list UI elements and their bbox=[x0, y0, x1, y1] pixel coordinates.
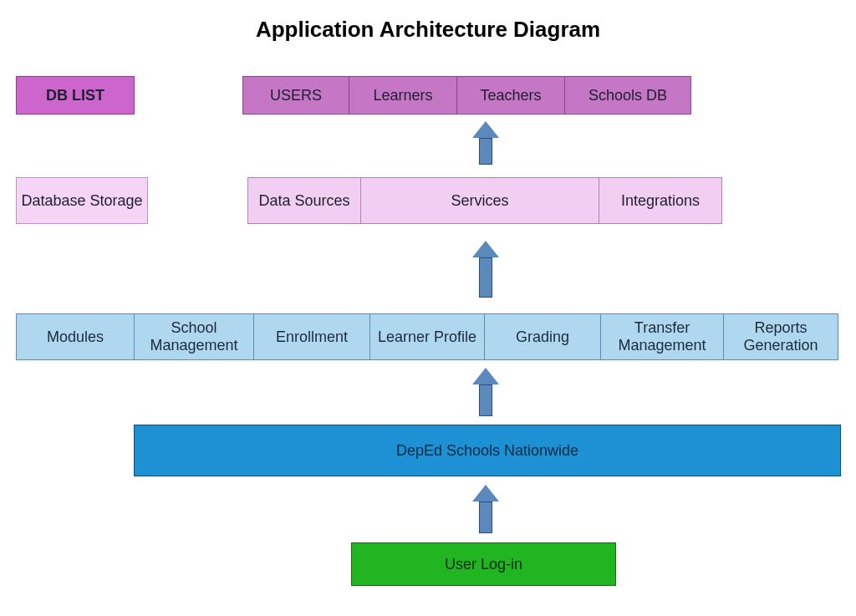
db-box-users: USERS bbox=[242, 76, 349, 115]
mod-grading: Grading bbox=[484, 313, 601, 360]
db-box-teachers: Teachers bbox=[456, 76, 565, 115]
mod-transfer-management: Transfer Management bbox=[600, 313, 724, 360]
ds-box-data-sources: Data Sources bbox=[247, 177, 361, 224]
db-box-schools: Schools DB bbox=[564, 76, 691, 115]
mod-label: Modules bbox=[16, 313, 135, 360]
user-login-box: User Log-in bbox=[351, 542, 616, 586]
db-list-boxes: USERS Learners Teachers Schools DB bbox=[242, 76, 691, 115]
mod-enrollment: Enrollment bbox=[253, 313, 370, 360]
arrow-up-icon bbox=[472, 121, 499, 165]
db-box-learners: Learners bbox=[349, 76, 457, 115]
mod-learner-profile: Learner Profile bbox=[369, 313, 485, 360]
database-storage-boxes: Data Sources Services Integrations bbox=[247, 177, 722, 224]
modules-row: Modules School Management Enrollment Lea… bbox=[16, 313, 838, 360]
mod-reports-generation: Reports Generation bbox=[723, 313, 838, 360]
arrow-up-icon bbox=[472, 485, 499, 533]
ds-box-integrations: Integrations bbox=[599, 177, 722, 224]
ds-box-services: Services bbox=[360, 177, 599, 224]
arrow-up-icon bbox=[472, 241, 499, 298]
db-list-label: DB LIST bbox=[16, 76, 135, 115]
arrow-up-icon bbox=[472, 368, 499, 416]
database-storage-label: Database Storage bbox=[16, 177, 148, 224]
schools-nationwide-box: DepEd Schools Nationwide bbox=[134, 425, 841, 476]
mod-school-management: School Management bbox=[134, 313, 254, 360]
diagram-title: Application Architecture Diagram bbox=[0, 17, 856, 43]
